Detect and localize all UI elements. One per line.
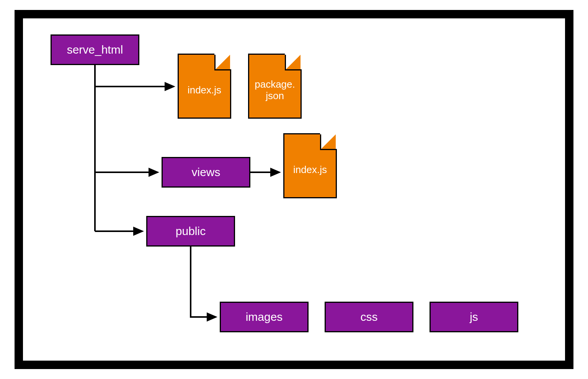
diagram-frame: serve_html index.js package. json views … xyxy=(15,10,573,369)
file-fold-icon xyxy=(214,54,231,70)
folder-js: js xyxy=(430,302,518,332)
folder-label: public xyxy=(176,225,206,238)
folder-public: public xyxy=(146,216,235,247)
file-package-json: package. json xyxy=(248,54,302,119)
folder-label: js xyxy=(470,310,478,323)
folder-label: images xyxy=(246,310,283,323)
folder-label: views xyxy=(191,166,220,179)
folder-css: css xyxy=(325,302,413,332)
folder-images: images xyxy=(220,302,309,332)
file-label: index.js xyxy=(293,164,327,176)
folder-label: serve_html xyxy=(67,43,123,56)
file-fold-icon xyxy=(285,54,302,70)
file-fold-icon xyxy=(320,133,337,150)
diagram-canvas: serve_html index.js package. json views … xyxy=(23,18,565,361)
file-index-js-views: index.js xyxy=(283,133,337,198)
file-label: package. json xyxy=(255,79,295,102)
folder-serve-html: serve_html xyxy=(51,34,139,65)
file-index-js-root: index.js xyxy=(178,54,231,119)
folder-views: views xyxy=(162,157,250,188)
folder-label: css xyxy=(361,310,378,323)
file-label: index.js xyxy=(188,85,221,96)
